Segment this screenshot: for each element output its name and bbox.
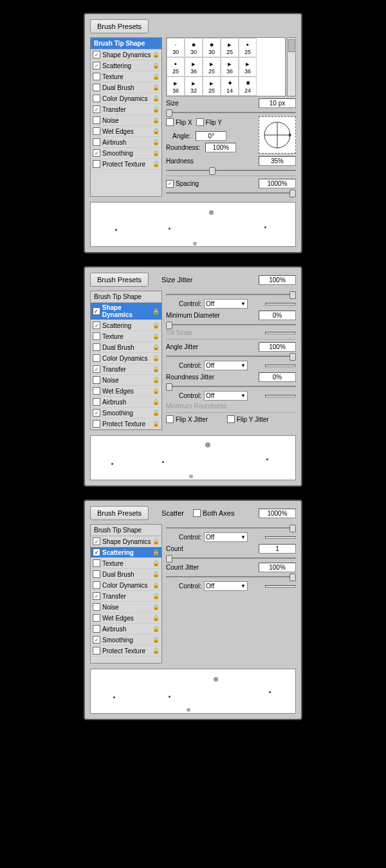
- airbrush-option[interactable]: Airbrush🔒: [91, 624, 161, 635]
- smoothing-option[interactable]: ✓Smoothing🔒: [91, 148, 161, 159]
- roundness-jitter-slider[interactable]: [166, 384, 296, 389]
- dual-brush-option[interactable]: Dual Brush🔒: [91, 342, 161, 353]
- brush-tip-shape-tab[interactable]: Brush Tip Shape: [91, 291, 161, 303]
- checkbox-icon[interactable]: [93, 84, 100, 91]
- roundness-value[interactable]: 100%: [205, 143, 236, 152]
- checkbox-icon[interactable]: ✓: [93, 409, 100, 417]
- checkbox-icon[interactable]: [93, 354, 100, 362]
- angle-jitter-slider[interactable]: [166, 354, 296, 359]
- checkbox-icon[interactable]: [93, 116, 100, 124]
- checkbox-icon[interactable]: [93, 95, 100, 102]
- transfer-option[interactable]: ✓Transfer🔒: [91, 364, 161, 375]
- roundness-control-select[interactable]: Off▼: [204, 391, 248, 401]
- checkbox-icon[interactable]: ✓: [93, 105, 100, 113]
- checkbox-icon[interactable]: [93, 570, 100, 578]
- noise-option[interactable]: Noise🔒: [91, 375, 161, 386]
- protect-texture-option[interactable]: Protect Texture🔒: [91, 159, 161, 170]
- checkbox-icon[interactable]: ✓: [93, 62, 100, 69]
- size-jitter-slider[interactable]: [166, 292, 296, 297]
- brush-presets-button[interactable]: Brush Presets: [90, 19, 149, 33]
- checkbox-icon[interactable]: ✓: [93, 636, 100, 644]
- angle-control-select[interactable]: Off▼: [204, 361, 248, 370]
- wet-edges-option[interactable]: Wet Edges🔒: [91, 386, 161, 397]
- checkbox-icon[interactable]: [93, 376, 100, 384]
- noise-option[interactable]: Noise🔒: [91, 602, 161, 613]
- hardness-value[interactable]: 35%: [259, 156, 296, 166]
- checkbox-icon[interactable]: [93, 160, 100, 168]
- transfer-option[interactable]: ✓Transfer🔒: [91, 104, 161, 115]
- count-value[interactable]: 1: [259, 544, 296, 554]
- count-jitter-control-select[interactable]: Off▼: [204, 581, 248, 591]
- count-jitter-slider[interactable]: [166, 574, 296, 579]
- airbrush-option[interactable]: Airbrush🔒: [91, 137, 161, 148]
- checkbox-icon[interactable]: [93, 343, 100, 351]
- shape-dynamics-option[interactable]: ✓Shape Dynamics🔒: [91, 303, 161, 320]
- min-diameter-value[interactable]: 0%: [259, 311, 296, 320]
- checkbox-icon[interactable]: [93, 625, 100, 633]
- size-control-select[interactable]: Off▼: [204, 299, 248, 309]
- smoothing-option[interactable]: ✓Smoothing🔒: [91, 408, 161, 419]
- checkbox-icon[interactable]: ✓: [93, 51, 100, 59]
- checkbox-icon[interactable]: ✓: [93, 548, 100, 556]
- both-axes-checkbox[interactable]: [193, 509, 201, 517]
- hardness-slider[interactable]: [166, 168, 296, 173]
- flip-x-jitter-checkbox[interactable]: [166, 415, 174, 423]
- angle-jitter-value[interactable]: 100%: [259, 342, 296, 352]
- scattering-option[interactable]: ✓Scattering🔒: [91, 547, 161, 558]
- protect-texture-option[interactable]: Protect Texture🔒: [91, 419, 161, 429]
- spacing-checkbox[interactable]: ✓: [166, 180, 174, 188]
- brush-presets-button[interactable]: Brush Presets: [90, 273, 149, 287]
- noise-option[interactable]: Noise🔒: [91, 115, 161, 126]
- shape-dynamics-option[interactable]: ✓Shape Dynamics🔒: [91, 50, 161, 60]
- airbrush-option[interactable]: Airbrush🔒: [91, 397, 161, 408]
- count-slider[interactable]: [166, 556, 296, 561]
- checkbox-icon[interactable]: ✓: [93, 307, 100, 315]
- checkbox-icon[interactable]: [93, 138, 100, 146]
- flip-x-checkbox[interactable]: [166, 118, 174, 126]
- flip-y-jitter-checkbox[interactable]: [227, 415, 235, 423]
- checkbox-icon[interactable]: [93, 581, 100, 589]
- count-jitter-value[interactable]: 100%: [259, 563, 296, 572]
- checkbox-icon[interactable]: ✓: [93, 321, 100, 329]
- grid-scrollbar[interactable]: [287, 37, 296, 96]
- checkbox-icon[interactable]: [93, 398, 100, 406]
- checkbox-icon[interactable]: ✓: [93, 365, 100, 373]
- scattering-option[interactable]: ✓Scattering🔒: [91, 60, 161, 71]
- scattering-option[interactable]: ✓Scattering🔒: [91, 320, 161, 331]
- checkbox-icon[interactable]: ✓: [93, 538, 100, 545]
- scatter-control-select[interactable]: Off▼: [204, 532, 248, 542]
- dual-brush-option[interactable]: Dual Brush🔒: [91, 569, 161, 580]
- color-dynamics-option[interactable]: Color Dynamics🔒: [91, 580, 161, 591]
- dual-brush-option[interactable]: Dual Brush🔒: [91, 82, 161, 93]
- checkbox-icon[interactable]: [93, 127, 100, 135]
- scatter-slider[interactable]: [166, 525, 296, 530]
- checkbox-icon[interactable]: ✓: [93, 149, 100, 157]
- checkbox-icon[interactable]: [93, 332, 100, 340]
- min-diameter-slider[interactable]: [166, 322, 296, 327]
- size-jitter-value[interactable]: 100%: [259, 275, 296, 285]
- angle-value[interactable]: 0°: [196, 131, 226, 141]
- color-dynamics-option[interactable]: Color Dynamics🔒: [91, 353, 161, 364]
- size-slider[interactable]: [166, 110, 296, 115]
- size-value[interactable]: 10 px: [259, 98, 296, 108]
- spacing-value[interactable]: 1000%: [259, 179, 296, 188]
- checkbox-icon[interactable]: [93, 387, 100, 395]
- flip-y-checkbox[interactable]: [196, 118, 204, 126]
- spacing-slider[interactable]: [166, 190, 296, 195]
- angle-roundness-control[interactable]: [259, 116, 296, 154]
- brush-tip-shape-tab[interactable]: Brush Tip Shape: [91, 525, 161, 536]
- checkbox-icon[interactable]: ✓: [93, 592, 100, 600]
- color-dynamics-option[interactable]: Color Dynamics🔒: [91, 93, 161, 104]
- texture-option[interactable]: Texture🔒: [91, 71, 161, 82]
- texture-option[interactable]: Texture🔒: [91, 558, 161, 569]
- transfer-option[interactable]: ✓Transfer🔒: [91, 591, 161, 602]
- brush-tip-shape-tab[interactable]: Brush Tip Shape: [91, 38, 161, 50]
- texture-option[interactable]: Texture🔒: [91, 331, 161, 342]
- shape-dynamics-option[interactable]: ✓Shape Dynamics🔒: [91, 536, 161, 547]
- wet-edges-option[interactable]: Wet Edges🔒: [91, 613, 161, 624]
- checkbox-icon[interactable]: [93, 420, 100, 428]
- protect-texture-option[interactable]: Protect Texture🔒: [91, 646, 161, 656]
- wet-edges-option[interactable]: Wet Edges🔒: [91, 126, 161, 137]
- scatter-value[interactable]: 1000%: [259, 509, 296, 518]
- checkbox-icon[interactable]: [93, 559, 100, 567]
